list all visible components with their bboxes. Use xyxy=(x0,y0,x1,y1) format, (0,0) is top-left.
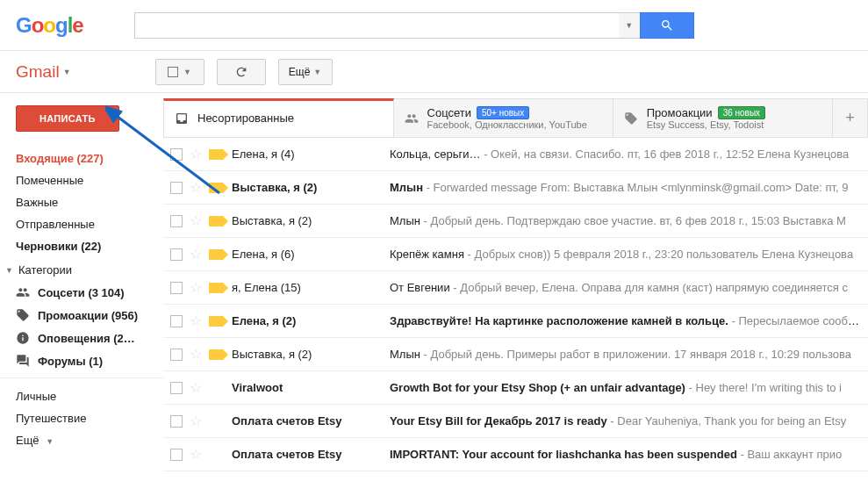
label-tag-icon[interactable] xyxy=(209,249,223,260)
row-subject: Млын - Добрый день. Подтверждаю свое уча… xyxy=(390,214,861,227)
star-icon[interactable]: ☆ xyxy=(190,279,202,296)
sub-header: Gmail ▼ ▼ Ещё ▼ xyxy=(0,51,868,93)
sidebar-category-social[interactable]: Соцсети (3 104) xyxy=(0,281,163,304)
forum-icon xyxy=(16,354,30,368)
tab-promotions[interactable]: Промоакции 36 новых Etsy Success, Etsy, … xyxy=(613,98,833,137)
chevron-down-icon: ▼ xyxy=(63,68,71,76)
gmail-menu[interactable]: Gmail ▼ xyxy=(16,62,71,82)
row-checkbox[interactable] xyxy=(170,148,183,161)
sidebar-item-sent[interactable]: Отправленные xyxy=(0,213,163,235)
sidebar-categories-toggle[interactable]: ▼ Категории xyxy=(0,257,163,281)
email-row[interactable]: ☆ViralwootGrowth Bot for your Etsy Shop … xyxy=(163,371,868,405)
star-icon[interactable]: ☆ xyxy=(190,413,202,429)
toolbar: ▼ Ещё ▼ xyxy=(155,59,333,85)
label-tag-icon[interactable] xyxy=(209,316,223,327)
label-tag-icon[interactable] xyxy=(209,416,223,427)
sidebar-category-promotions[interactable]: Промоакции (956) xyxy=(0,304,163,327)
row-checkbox[interactable] xyxy=(170,415,183,428)
tab-primary[interactable]: Несортированные xyxy=(163,98,394,137)
search-input[interactable] xyxy=(134,12,619,39)
chevron-down-icon: ▼ xyxy=(183,68,191,76)
sidebar-item-inbox[interactable]: Входящие (227) xyxy=(0,147,163,169)
row-checkbox[interactable] xyxy=(170,248,183,261)
row-from: Выставка, я (2) xyxy=(232,181,390,194)
category-tabs: Несортированные Соцсети 50+ новых Facebo… xyxy=(163,98,868,138)
sidebar-item-drafts[interactable]: Черновики (22) xyxy=(0,235,163,257)
label-tag-icon[interactable] xyxy=(209,216,223,226)
row-from: Елена, я (4) xyxy=(232,147,390,161)
label-tag-icon[interactable] xyxy=(209,283,223,293)
email-row[interactable]: ☆Выставка, я (2)Млын - Forwarded message… xyxy=(163,171,868,205)
sidebar-item-personal[interactable]: Личные xyxy=(0,385,163,407)
row-checkbox[interactable] xyxy=(170,449,183,461)
chevron-down-icon: ▼ xyxy=(46,437,54,446)
search-button[interactable] xyxy=(640,12,694,39)
tab-social[interactable]: Соцсети 50+ новых Facebook, Одноклассник… xyxy=(394,98,613,137)
star-icon[interactable]: ☆ xyxy=(190,446,202,463)
row-checkbox[interactable] xyxy=(170,349,183,361)
sidebar: НАПИСАТЬ Входящие (227) Помеченные Важны… xyxy=(0,93,163,496)
email-row[interactable]: ☆Елена, я (6)Крепёж камня - Добрых снов)… xyxy=(163,238,868,271)
row-checkbox[interactable] xyxy=(170,182,183,194)
email-row[interactable]: ☆Выставка, я (2)Млын - Добрый день. Прим… xyxy=(163,338,868,371)
search-options-dropdown[interactable]: ▼ xyxy=(619,12,640,39)
label-tag-icon[interactable] xyxy=(209,349,223,360)
categories-label: Категории xyxy=(18,263,72,277)
main: НАПИСАТЬ Входящие (227) Помеченные Важны… xyxy=(0,93,868,496)
row-from: Елена, я (6) xyxy=(232,248,390,261)
label-tag-icon[interactable] xyxy=(209,183,223,193)
star-icon[interactable]: ☆ xyxy=(190,179,202,196)
row-from: Елена, я (2) xyxy=(232,314,390,327)
email-row[interactable]: ☆Елена, я (2)Здравствуйте! На картинке р… xyxy=(163,305,868,338)
sidebar-category-label: Оповещения (2… xyxy=(38,332,135,345)
tag-icon xyxy=(624,111,638,126)
row-checkbox[interactable] xyxy=(170,382,183,394)
star-icon[interactable]: ☆ xyxy=(190,379,202,396)
row-subject: Кольца, серьги… - Окей, на связи. Спасиб… xyxy=(390,147,861,161)
star-icon[interactable]: ☆ xyxy=(190,146,202,162)
sidebar-category-updates[interactable]: Оповещения (2… xyxy=(0,327,163,349)
tag-icon xyxy=(16,308,30,322)
refresh-button[interactable] xyxy=(217,59,266,85)
sidebar-item-travel[interactable]: Путешествие xyxy=(0,407,163,429)
compose-button[interactable]: НАПИСАТЬ xyxy=(16,105,119,132)
row-checkbox[interactable] xyxy=(170,215,183,227)
row-from: Выставка, я (2) xyxy=(232,348,390,361)
chevron-down-icon: ▼ xyxy=(5,266,13,275)
row-subject: Крепёж камня - Добрых снов)) 5 февраля 2… xyxy=(390,248,861,261)
email-row[interactable]: ☆Елена, я (4)Кольца, серьги… - Окей, на … xyxy=(163,138,868,171)
label-tag-icon[interactable] xyxy=(209,383,223,393)
row-checkbox[interactable] xyxy=(170,282,183,294)
sidebar-category-forums[interactable]: Форумы (1) xyxy=(0,349,163,372)
tab-add[interactable]: + xyxy=(833,98,868,137)
email-row[interactable]: ☆Оплата счетов EtsyYour Etsy Bill for Де… xyxy=(163,405,868,438)
refresh-icon xyxy=(234,65,248,79)
row-subject: Млын - Добрый день. Примеры работ в прил… xyxy=(390,348,861,361)
row-from: Оплата счетов Etsy xyxy=(232,448,390,461)
star-icon[interactable]: ☆ xyxy=(190,313,202,329)
label-tag-icon[interactable] xyxy=(209,149,223,160)
star-icon[interactable]: ☆ xyxy=(190,246,202,262)
label-tag-icon[interactable] xyxy=(209,449,223,460)
select-all-button[interactable]: ▼ xyxy=(155,59,204,85)
more-button[interactable]: Ещё ▼ xyxy=(278,59,333,85)
tab-subtext: Facebook, Одноклассники, YouTube xyxy=(427,119,587,130)
sidebar-item-starred[interactable]: Помеченные xyxy=(0,169,163,191)
star-icon[interactable]: ☆ xyxy=(190,212,202,229)
row-checkbox[interactable] xyxy=(170,315,183,327)
tab-subtext: Etsy Success, Etsy, Todoist xyxy=(647,119,765,130)
email-row[interactable]: ☆Выставка, я (2)Млын - Добрый день. Подт… xyxy=(163,205,868,238)
star-icon[interactable]: ☆ xyxy=(190,346,202,363)
row-from: Viralwoot xyxy=(232,381,390,394)
sidebar-item-important[interactable]: Важные xyxy=(0,191,163,213)
tab-label: Несортированные xyxy=(197,111,294,125)
header: Google ▼ xyxy=(0,0,868,51)
tab-label: Соцсети xyxy=(427,106,471,119)
row-subject: Здравствуйте! На картинке расположение к… xyxy=(390,314,861,327)
tab-label: Промоакции xyxy=(647,106,713,119)
sidebar-more[interactable]: Ещё ▼ xyxy=(0,429,163,451)
email-row[interactable]: ☆я, Елена (15)От Евгении - Добрый вечер,… xyxy=(163,271,868,305)
people-icon xyxy=(405,111,419,126)
google-logo[interactable]: Google xyxy=(16,13,83,38)
email-row[interactable]: ☆Оплата счетов EtsyIMPORTANT: Your accou… xyxy=(163,438,868,471)
